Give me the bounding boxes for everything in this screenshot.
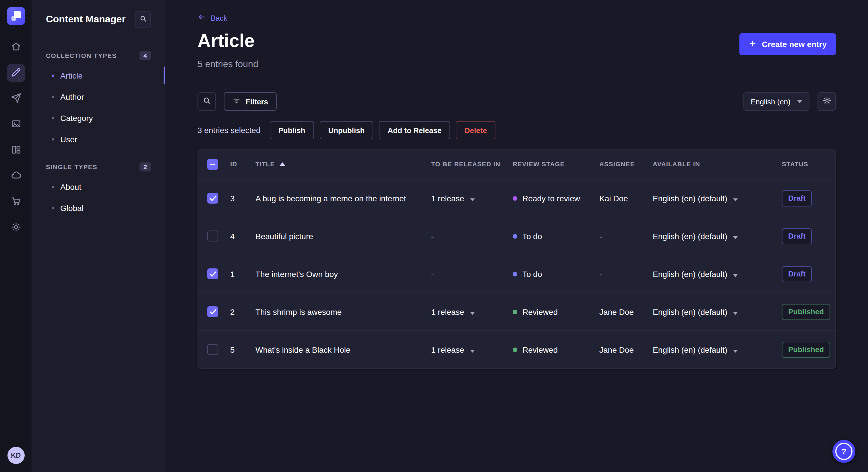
nav-deploy[interactable] [7,167,25,185]
table-row[interactable]: 3 A bug is becoming a meme on the intern… [198,179,835,217]
cell-release[interactable]: 1 release [427,345,508,354]
row-checkbox[interactable] [207,231,218,241]
cell-available-in[interactable]: English (en) (default) [648,345,777,354]
cell-available-in[interactable]: English (en) (default) [648,194,777,203]
logo-glyph [13,11,21,19]
col-available-in[interactable]: AVAILABLE IN [648,161,777,167]
sidebar-item-about[interactable]: About [46,176,151,197]
cell-review-stage[interactable]: To do [508,269,595,278]
sort-asc-icon[interactable] [279,162,285,166]
nav-home[interactable] [7,38,25,56]
strapi-logo[interactable] [7,7,25,25]
cell-assignee[interactable]: Jane Doe [595,307,648,316]
sidebar-item-article[interactable]: Article [46,65,151,86]
chevron-down-icon [733,312,738,314]
user-avatar[interactable]: KD [7,447,24,464]
cell-review-stage[interactable]: Ready to review [508,194,595,203]
sidebar-search-button[interactable] [135,11,151,28]
cell-review-stage[interactable]: Reviewed [508,345,595,354]
table-row[interactable]: 4 Beautiful picture - To do - English (e… [198,217,835,255]
locale-label: English (en) [751,97,790,106]
nav-marketplace[interactable] [7,193,25,211]
col-release[interactable]: TO BE RELEASED IN [427,161,508,167]
status-badge: Published [782,304,830,320]
cell-available-in[interactable]: English (en) (default) [648,231,777,241]
view-settings-button[interactable] [817,92,836,111]
col-review-stage[interactable]: REVIEW STAGE [508,161,595,167]
select-all-checkbox[interactable] [207,159,218,169]
col-status[interactable]: STATUS [777,161,835,167]
entries-table: ID TITLE TO BE RELEASED IN REVIEW STAGE … [197,148,836,369]
stage-dot-icon [513,347,517,352]
cell-status: Draft [777,190,835,206]
gear-icon [823,96,831,107]
unpublish-button[interactable]: Unpublish [319,121,373,139]
nav-content-manager[interactable] [7,64,25,82]
status-badge: Published [782,341,830,358]
row-checkbox[interactable] [207,306,218,317]
row-checkbox[interactable] [207,344,218,355]
cell-status: Draft [777,228,835,244]
bullet-icon [52,74,54,76]
sidebar-item-label: Article [60,71,83,80]
chevron-down-icon [733,349,738,352]
col-id[interactable]: ID [226,161,251,167]
col-assignee[interactable]: ASSIGNEE [595,161,648,167]
back-link[interactable]: Back [197,12,227,23]
cell-assignee[interactable]: - [595,231,648,241]
cell-available-in[interactable]: English (en) (default) [648,269,777,278]
cell-assignee[interactable]: - [595,269,648,278]
cell-title: The internet's Own boy [251,269,427,278]
publish-button[interactable]: Publish [270,121,314,139]
row-checkbox[interactable] [207,193,218,204]
search-button[interactable] [197,92,216,111]
nav-content-type-builder[interactable] [7,141,25,160]
cell-review-stage[interactable]: Reviewed [508,307,595,316]
cell-release[interactable]: - [427,269,508,278]
chevron-down-icon [733,274,738,277]
entries-count: 5 entries found [197,59,836,69]
table-row[interactable]: 2 This shrimp is awesome 1 release Revie… [198,293,835,330]
create-entry-button[interactable]: Create new entry [739,33,836,55]
home-icon [11,41,21,53]
sidebar-item-label: About [60,182,81,191]
filters-button[interactable]: Filters [224,92,277,111]
stage-dot-icon [513,234,517,238]
stage-dot-icon [513,272,517,276]
sidebar-item-category[interactable]: Category [46,107,151,129]
sidebar-item-author[interactable]: Author [46,86,151,107]
cell-release[interactable]: - [427,231,508,241]
cell-review-stage[interactable]: To do [508,231,595,241]
cell-id: 2 [226,307,251,316]
nav-media-library[interactable] [7,115,25,134]
delete-button[interactable]: Delete [456,121,495,139]
cell-available-in[interactable]: English (en) (default) [648,307,777,316]
cell-id: 3 [226,194,251,203]
search-icon [203,96,211,107]
image-icon [11,119,21,131]
stage-dot-icon [513,309,517,314]
bullet-icon [52,186,54,188]
nav-settings[interactable] [7,218,25,237]
main-nav-rail: KD [0,0,32,472]
sidebar-item-user[interactable]: User [46,129,151,150]
chevron-down-icon [470,312,474,314]
nav-releases[interactable] [7,90,25,108]
cell-release[interactable]: 1 release [427,307,508,316]
add-to-release-button[interactable]: Add to Release [379,121,450,139]
cell-assignee[interactable]: Jane Doe [595,345,648,354]
row-checkbox[interactable] [207,268,218,279]
content-manager-sidebar: Content Manager COLLECTION TYPES 4 Artic… [32,0,165,472]
table-row[interactable]: 5 What's inside a Black Hole 1 release R… [198,330,835,368]
filters-label: Filters [246,97,268,106]
page-title: Article [197,31,255,51]
locale-select[interactable]: English (en) [743,92,809,111]
question-icon: ? [835,443,852,460]
cell-id: 5 [226,345,251,354]
help-button[interactable]: ? [832,440,856,463]
sidebar-item-global[interactable]: Global [46,197,151,218]
col-title[interactable]: TITLE [251,161,427,167]
table-row[interactable]: 1 The internet's Own boy - To do - Engli… [198,255,835,293]
cell-assignee[interactable]: Kai Doe [595,194,648,203]
cell-release[interactable]: 1 release [427,194,508,203]
